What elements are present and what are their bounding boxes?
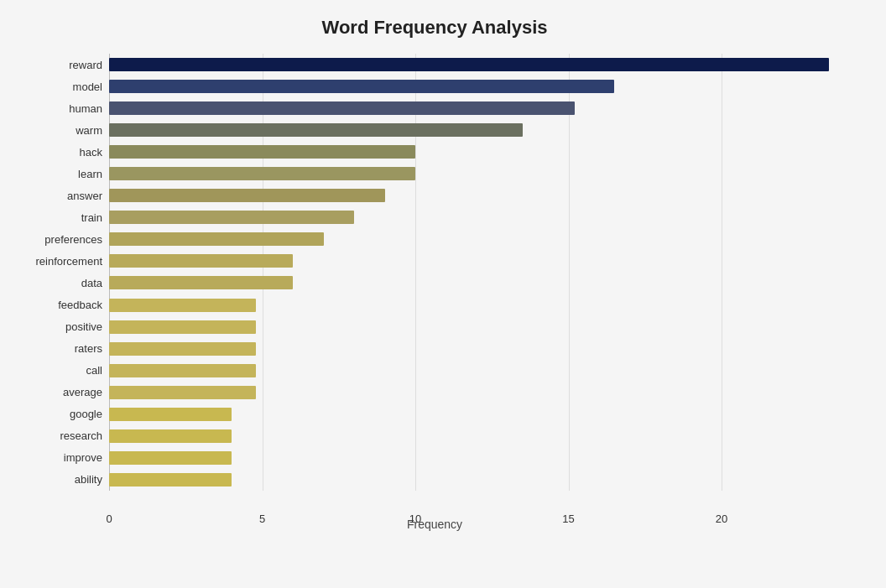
bar [109,276,293,289]
bar [109,101,575,115]
y-axis-label: learn [17,163,102,185]
y-axis-label: train [17,206,102,228]
y-axis-label: hack [17,141,102,163]
y-axis-label: human [17,97,102,119]
bar-row [109,228,844,250]
bar-row [109,163,844,185]
bar-row [109,425,844,447]
y-axis-label: preferences [17,228,102,250]
bar-row [109,403,844,425]
bar-row [109,185,844,206]
y-axis-label: call [17,360,102,382]
bar-row [109,141,844,163]
y-axis-label: answer [17,185,102,206]
y-axis-label: improve [17,447,102,469]
x-axis-label: Frequency [407,518,462,531]
bar [109,58,829,71]
y-axis-label: model [17,75,102,97]
bar [109,211,354,224]
y-axis-label: positive [17,316,102,338]
bar [109,299,256,312]
y-axis-label: research [17,425,102,447]
bar-row [109,338,844,360]
bar-row [109,119,844,141]
bar-row [109,469,844,491]
bar-row [109,360,844,382]
bar [109,364,256,377]
bar-row [109,250,844,272]
y-axis-label: reward [17,54,102,75]
bar [109,189,385,202]
y-axis-label: warm [17,119,102,141]
bar-row [109,316,844,338]
bar [109,80,614,93]
bar-row [109,272,844,294]
y-axis-label: raters [17,338,102,360]
chart-container: Word Frequency Analysis rewardmodelhuman… [0,0,886,588]
x-tick: 20 [716,513,727,525]
x-tick: 0 [106,513,112,525]
chart-title: Word Frequency Analysis [17,17,852,39]
bar-row [109,294,844,316]
bar-row [109,382,844,403]
bar [109,145,415,159]
x-tick: 5 [259,513,265,525]
x-tick: 15 [562,513,574,525]
bar [109,473,232,487]
bar-row [109,447,844,469]
bar [109,123,523,137]
bar [109,320,256,334]
bar [109,254,293,268]
bar-row [109,97,844,119]
y-axis-label: ability [17,469,102,491]
bar-row [109,75,844,97]
y-axis-label: data [17,272,102,294]
bar [109,429,232,443]
bar [109,451,232,465]
bar-row [109,54,844,75]
bar [109,232,324,246]
bar [109,408,232,421]
bar [109,342,256,356]
bar [109,386,256,399]
y-axis-label: reinforcement [17,250,102,272]
y-axis-label: google [17,403,102,425]
bar [109,167,415,180]
bar-row [109,206,844,228]
y-axis-label: feedback [17,294,102,316]
y-axis-label: average [17,382,102,403]
